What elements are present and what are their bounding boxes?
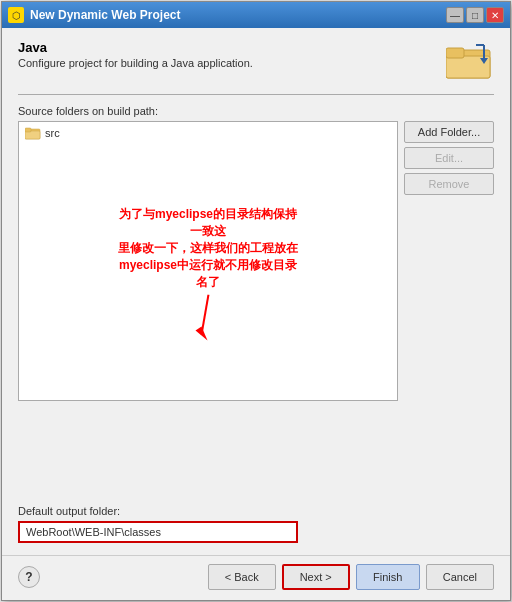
- help-button[interactable]: ?: [18, 566, 40, 588]
- back-button[interactable]: < Back: [208, 564, 276, 590]
- add-folder-button[interactable]: Add Folder...: [404, 121, 494, 143]
- separator: [18, 94, 494, 95]
- svg-rect-10: [25, 128, 31, 132]
- edit-button[interactable]: Edit...: [404, 147, 494, 169]
- main-window: ⬡ New Dynamic Web Project — □ ✕ Java Con…: [1, 1, 511, 601]
- src-label: src: [45, 127, 60, 139]
- svg-marker-12: [195, 326, 207, 340]
- window-title: New Dynamic Web Project: [30, 8, 181, 22]
- src-folder-icon: [25, 125, 41, 141]
- java-folder-icon: [446, 40, 494, 80]
- source-area: src 为了与myeclipse的目录结构保持一致这 里修改一下，这样我们的工程…: [18, 121, 494, 495]
- source-list[interactable]: src 为了与myeclipse的目录结构保持一致这 里修改一下，这样我们的工程…: [18, 121, 398, 401]
- svg-line-11: [201, 294, 208, 334]
- annotation-line3: myeclipse中运行就不用修改目录名了: [114, 256, 303, 290]
- next-button[interactable]: Next >: [282, 564, 350, 590]
- minimize-button[interactable]: —: [446, 7, 464, 23]
- annotation-line1: 为了与myeclipse的目录结构保持一致这: [114, 205, 303, 239]
- remove-button[interactable]: Remove: [404, 173, 494, 195]
- section-info: Java Configure project for building a Ja…: [18, 40, 253, 69]
- source-label: Source folders on build path:: [18, 105, 494, 117]
- close-button[interactable]: ✕: [486, 7, 504, 23]
- title-bar-controls: — □ ✕: [446, 7, 504, 23]
- output-label: Default output folder:: [18, 505, 494, 517]
- annotation-overlay: 为了与myeclipse的目录结构保持一致这 里修改一下，这样我们的工程放在 m…: [114, 205, 303, 344]
- dialog-footer: ? < Back Next > Finish Cancel: [2, 555, 510, 600]
- section-header: Java Configure project for building a Ja…: [18, 40, 494, 80]
- annotation-line2: 里修改一下，这样我们的工程放在: [114, 239, 303, 256]
- list-item: src: [19, 122, 397, 144]
- cancel-button[interactable]: Cancel: [426, 564, 494, 590]
- output-folder-input[interactable]: [18, 521, 298, 543]
- maximize-button[interactable]: □: [466, 7, 484, 23]
- section-description: Configure project for building a Java ap…: [18, 57, 253, 69]
- dialog-content: Java Configure project for building a Ja…: [2, 28, 510, 555]
- side-buttons: Add Folder... Edit... Remove: [404, 121, 494, 495]
- output-section: Default output folder:: [18, 505, 494, 543]
- footer-right: < Back Next > Finish Cancel: [208, 564, 494, 590]
- title-bar: ⬡ New Dynamic Web Project — □ ✕: [2, 2, 510, 28]
- title-bar-left: ⬡ New Dynamic Web Project: [8, 7, 181, 23]
- svg-rect-4: [446, 48, 464, 58]
- footer-left: ?: [18, 566, 40, 588]
- annotation-arrow: [114, 294, 303, 344]
- section-title: Java: [18, 40, 253, 55]
- finish-button[interactable]: Finish: [356, 564, 420, 590]
- window-icon: ⬡: [8, 7, 24, 23]
